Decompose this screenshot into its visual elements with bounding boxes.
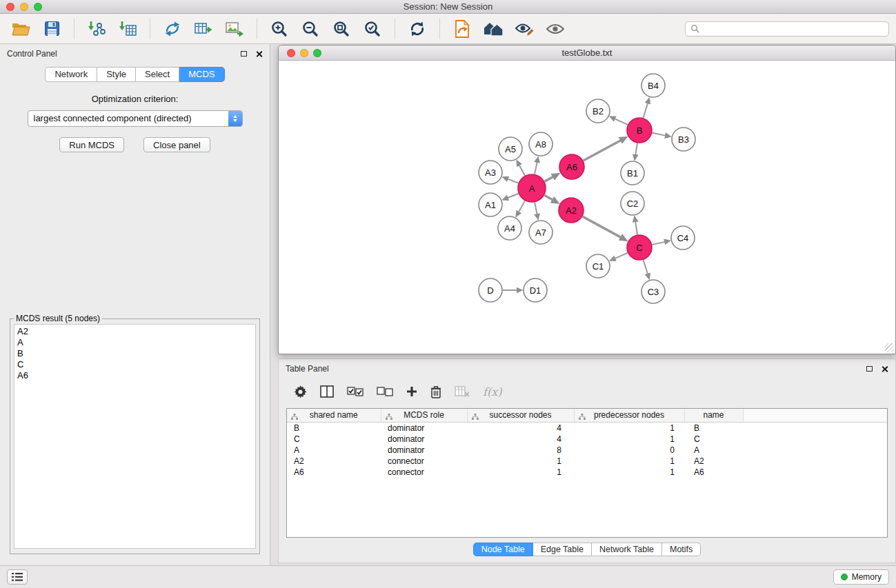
search-input[interactable]	[703, 24, 884, 34]
table-settings-button[interactable]	[294, 385, 307, 398]
graph-edge[interactable]	[508, 179, 518, 183]
tab-mcds[interactable]: MCDS	[179, 67, 224, 82]
delete-column-button[interactable]	[430, 385, 441, 398]
graph-edge[interactable]	[644, 260, 648, 274]
column-header-predecessor-nodes[interactable]: predecessor nodes	[574, 409, 684, 422]
app-title: Session: New Session	[0, 0, 896, 13]
save-session-button[interactable]	[38, 17, 66, 41]
tab-edge-table[interactable]: Edge Table	[533, 543, 592, 556]
table-row[interactable]: Bdominator41B	[287, 422, 887, 434]
mcds-result-item[interactable]: A	[14, 337, 255, 348]
close-view-icon[interactable]	[287, 49, 295, 57]
column-header-shared-name[interactable]: shared name	[287, 409, 381, 422]
import-network-button[interactable]	[83, 17, 110, 41]
edit-style-button[interactable]	[510, 17, 538, 41]
close-window-icon[interactable]	[6, 3, 14, 11]
mcds-result-item[interactable]: B	[14, 348, 255, 359]
function-builder-button[interactable]: f(x)	[483, 385, 501, 398]
table-row[interactable]: Cdominator41C	[287, 434, 887, 445]
export-table-button[interactable]	[190, 17, 217, 41]
curved-document-icon	[454, 20, 470, 38]
table-row[interactable]: Adominator80A	[287, 445, 887, 456]
delete-table-button[interactable]	[455, 386, 470, 397]
criterion-dropdown[interactable]: largest connected component (directed)	[28, 110, 243, 127]
toolbar-separator	[150, 19, 150, 39]
table-row[interactable]: A6connector11A6	[287, 467, 887, 478]
float-panel-icon[interactable]	[241, 51, 247, 57]
columns-icon	[320, 385, 334, 398]
deselect-all-button[interactable]	[377, 387, 393, 396]
show-columns-button[interactable]	[320, 385, 334, 398]
minimize-window-icon[interactable]	[20, 3, 28, 11]
table-toolbar: f(x)	[279, 378, 895, 405]
graph-edge[interactable]	[615, 253, 628, 258]
close-panel-button[interactable]: Close panel	[143, 137, 210, 152]
graph-node-label: C2	[627, 199, 639, 209]
unchecked-boxes-icon	[377, 387, 393, 396]
graph-edge[interactable]	[635, 222, 637, 235]
zoom-view-icon[interactable]	[313, 49, 321, 57]
zoom-out-button[interactable]	[297, 17, 324, 41]
node-table-container: shared name MCDS role successor nodes pr…	[286, 408, 888, 538]
graph-edge[interactable]	[615, 119, 627, 125]
mcds-result-item[interactable]: A2	[14, 326, 255, 337]
column-header-successor-nodes[interactable]: successor nodes	[467, 409, 574, 422]
show-hide-button[interactable]	[541, 17, 569, 41]
graph-edge[interactable]	[583, 216, 621, 237]
checked-boxes-icon	[347, 387, 364, 396]
mcds-result-item[interactable]: A6	[14, 370, 255, 381]
graph-edge[interactable]	[544, 195, 552, 200]
tab-network[interactable]: Network	[45, 67, 97, 82]
clone-network-button[interactable]	[159, 17, 186, 41]
resize-grip[interactable]	[885, 343, 894, 352]
graph-edge[interactable]	[535, 203, 537, 214]
select-all-button[interactable]	[347, 387, 364, 396]
zoom-window-icon[interactable]	[34, 3, 42, 11]
close-panel-icon[interactable]	[255, 50, 263, 58]
task-history-button[interactable]	[7, 569, 28, 585]
column-header-name[interactable]: name	[684, 409, 743, 422]
float-table-panel-icon[interactable]	[866, 366, 873, 372]
tab-node-table[interactable]: Node Table	[473, 543, 533, 556]
graph-edge[interactable]	[653, 133, 666, 136]
close-table-panel-icon[interactable]	[881, 365, 888, 373]
birds-eye-view-button[interactable]	[479, 17, 507, 41]
refresh-button[interactable]	[404, 17, 431, 41]
mcds-result-title: MCDS result (5 nodes)	[14, 314, 102, 323]
graph-edge[interactable]	[653, 242, 665, 245]
toolbar-search[interactable]	[685, 21, 889, 37]
column-header-mcds-role[interactable]: MCDS role	[381, 409, 467, 422]
graph-edge[interactable]	[635, 143, 637, 155]
network-canvas[interactable]: AA1A2A3A4A5A6A7A8BB1B2B3B4CC1C2C3C4DD1	[279, 61, 895, 354]
tab-network-table[interactable]: Network Table	[592, 543, 662, 556]
export-image-button[interactable]	[221, 17, 248, 41]
memory-label: Memory	[852, 572, 882, 582]
graph-edge[interactable]	[508, 194, 518, 198]
zoom-in-button[interactable]	[266, 17, 293, 41]
tab-style[interactable]: Style	[97, 67, 136, 82]
graph-edge[interactable]	[519, 165, 525, 176]
control-panel-title: Control Panel	[7, 49, 57, 59]
mcds-result-item[interactable]: C	[14, 359, 255, 370]
zoom-selected-button[interactable]	[359, 17, 386, 41]
zoom-fit-button[interactable]	[328, 17, 355, 41]
tab-select[interactable]: Select	[136, 67, 179, 82]
graph-edge[interactable]	[584, 141, 621, 161]
run-mcds-button[interactable]: Run MCDS	[59, 137, 124, 152]
table-row[interactable]: A2connector11A2	[287, 456, 887, 467]
apply-layout-button[interactable]	[448, 17, 476, 41]
import-table-button[interactable]	[114, 17, 141, 41]
graph-node-label: A3	[485, 168, 496, 178]
memory-button[interactable]: Memory	[833, 569, 889, 585]
node-table-body: Bdominator41BCdominator41CAdominator80AA…	[287, 422, 887, 478]
graph-edge[interactable]	[545, 177, 553, 181]
graph-edge[interactable]	[535, 162, 537, 174]
graph-edge[interactable]	[519, 201, 525, 212]
minimize-view-icon[interactable]	[300, 49, 308, 57]
open-session-button[interactable]	[7, 17, 34, 41]
tab-motifs[interactable]: Motifs	[662, 543, 701, 556]
add-column-button[interactable]	[406, 386, 417, 397]
graph-edge[interactable]	[644, 103, 648, 118]
graph-node-label: A	[529, 183, 535, 194]
network-graph[interactable]: AA1A2A3A4A5A6A7A8BB1B2B3B4CC1C2C3C4DD1	[279, 61, 895, 354]
